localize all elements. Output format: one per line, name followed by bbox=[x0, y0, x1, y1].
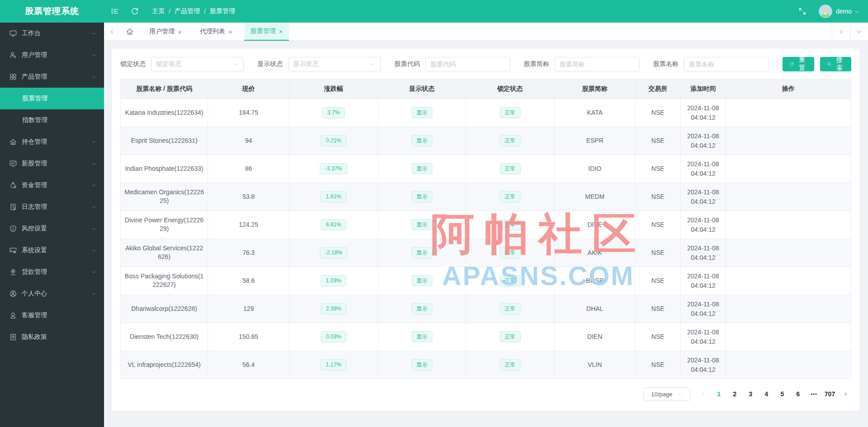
breadcrumb-item[interactable]: 主页 bbox=[152, 7, 165, 15]
page-size-select[interactable]: 10/page bbox=[643, 387, 690, 401]
filter-input[interactable] bbox=[684, 57, 769, 71]
fullscreen-icon[interactable] bbox=[798, 7, 807, 16]
table-row: Kataria Industries(1222634) 184.75 3.7% … bbox=[121, 99, 851, 127]
close-icon[interactable]: × bbox=[279, 28, 283, 35]
page-number[interactable]: 1 bbox=[713, 390, 725, 398]
filter-label: 股票简称 bbox=[524, 60, 549, 68]
short-name-cell: IDIO bbox=[555, 155, 636, 183]
sidebar-item-icon bbox=[9, 51, 17, 59]
sidebar-item[interactable]: 股票管理 bbox=[0, 88, 104, 109]
lock-status-badge: 正常 bbox=[500, 163, 521, 174]
sidebar-item[interactable]: 工作台 bbox=[0, 23, 104, 44]
home-tab-icon[interactable] bbox=[119, 23, 140, 41]
sidebar-item[interactable]: 风控设置 bbox=[0, 218, 104, 239]
change-cell: 1.17% bbox=[289, 351, 378, 379]
sidebar-item-icon bbox=[9, 311, 17, 319]
lock-status-badge: 正常 bbox=[500, 331, 521, 342]
tabs-scroll-right-icon[interactable] bbox=[832, 23, 850, 41]
sidebar-item-icon bbox=[9, 203, 17, 211]
change-cell: 3.7% bbox=[289, 99, 378, 127]
column-header: 操作 bbox=[726, 80, 851, 99]
column-header: 锁定状态 bbox=[466, 80, 555, 99]
page-number[interactable]: 4 bbox=[760, 390, 773, 398]
refresh-icon[interactable] bbox=[130, 7, 139, 16]
sidebar-item[interactable]: 产品管理 bbox=[0, 66, 104, 88]
sidebar-item[interactable]: 日志管理 bbox=[0, 196, 104, 218]
avatar[interactable] bbox=[819, 5, 832, 18]
page-number[interactable]: 2 bbox=[729, 390, 741, 398]
sidebar-item[interactable]: 持仓管理 bbox=[0, 131, 104, 153]
page-number[interactable]: 5 bbox=[776, 390, 788, 398]
topbar: 股票管理系统 / 主页 / 产品管理 / 股票管理 demo bbox=[0, 0, 868, 23]
exchange-cell: NSE bbox=[636, 239, 681, 267]
actions-cell bbox=[726, 211, 851, 239]
search-button[interactable]: 搜索 bbox=[820, 57, 852, 71]
sidebar-item[interactable]: 客服管理 bbox=[0, 305, 104, 326]
add-time-cell: 2024-11-08 04:04:12 bbox=[681, 155, 726, 183]
sidebar-item[interactable]: 个人中心 bbox=[0, 283, 104, 305]
stock-name-cell: Divine Power Energy(1222629) bbox=[121, 211, 208, 239]
column-header: 现价 bbox=[208, 80, 289, 99]
filter-select[interactable]: 锁定状态 bbox=[151, 57, 244, 71]
sidebar-item[interactable]: 新股管理 bbox=[0, 153, 104, 174]
reset-button[interactable]: 重置 bbox=[783, 57, 814, 71]
sidebar-item[interactable]: 指数管理 bbox=[0, 109, 104, 131]
lock-status-cell: 正常 bbox=[466, 239, 555, 267]
price-cell: 150.65 bbox=[208, 323, 289, 351]
filter-group: 股票代码 股票代码 bbox=[394, 57, 510, 71]
filter-select[interactable]: 显示状态 bbox=[288, 57, 381, 71]
tabs-scroll-left-icon[interactable] bbox=[104, 23, 119, 41]
tab[interactable]: 用户管理 × bbox=[143, 23, 188, 41]
chevron-down-icon bbox=[677, 391, 683, 397]
sidebar-item[interactable]: 系统设置 bbox=[0, 239, 104, 261]
prev-page-icon[interactable] bbox=[697, 389, 709, 399]
page-number[interactable]: ••• bbox=[808, 391, 820, 397]
tab[interactable]: 股票管理 × bbox=[244, 23, 289, 41]
change-cell: 0.21% bbox=[289, 127, 378, 155]
price-cell: 76.3 bbox=[208, 239, 289, 267]
sidebar-toggle-icon[interactable] bbox=[110, 7, 119, 16]
sidebar-item[interactable]: 贷款管理 bbox=[0, 261, 104, 283]
sidebar-item-label: 工作台 bbox=[22, 29, 41, 38]
sidebar-item[interactable]: 用户管理 bbox=[0, 44, 104, 66]
show-status-badge: 显示 bbox=[412, 191, 432, 202]
tabs-menu-icon[interactable] bbox=[850, 23, 868, 41]
next-page-icon[interactable] bbox=[840, 389, 851, 399]
filter-input[interactable] bbox=[425, 57, 510, 71]
sidebar-item[interactable]: 隐私政策 bbox=[0, 326, 104, 348]
add-time-cell: 2024-11-08 04:04:12 bbox=[681, 211, 726, 239]
username[interactable]: demo bbox=[836, 8, 852, 15]
add-time-cell: 2024-11-08 04:04:12 bbox=[681, 99, 726, 127]
sidebar-item-label: 产品管理 bbox=[22, 73, 47, 81]
stock-name-cell: Akiko Global Services(1222626) bbox=[121, 239, 208, 267]
close-icon[interactable]: × bbox=[178, 28, 182, 35]
table-row: Dhariwalcorp(1222628) 129 2.38% 显示 正常 DH… bbox=[121, 295, 851, 323]
filter-label: 股票代码 bbox=[394, 60, 420, 68]
price-cell: 129 bbox=[208, 295, 289, 323]
filter-input[interactable] bbox=[555, 57, 640, 71]
page-number[interactable]: 6 bbox=[792, 390, 804, 398]
breadcrumb-item[interactable]: 产品管理 bbox=[175, 7, 200, 15]
short-name-cell: VLIN bbox=[555, 351, 636, 379]
lock-status-badge: 正常 bbox=[500, 191, 521, 202]
exchange-cell: NSE bbox=[636, 127, 681, 155]
chevron-down-icon bbox=[91, 139, 97, 145]
stock-panel: 锁定状态 锁定状态 显示状态 显示状态 bbox=[112, 49, 859, 411]
tab[interactable]: 代理列表 × bbox=[194, 23, 239, 41]
page-number[interactable]: 3 bbox=[745, 390, 757, 398]
tab-label: 股票管理 bbox=[251, 27, 276, 35]
breadcrumb-separator: / bbox=[169, 8, 171, 15]
show-status-cell: 显示 bbox=[378, 323, 466, 351]
page-number[interactable]: 707 bbox=[824, 390, 836, 398]
search-icon bbox=[827, 61, 832, 67]
price-cell: 184.75 bbox=[208, 99, 289, 127]
sidebar-item-icon bbox=[9, 160, 17, 168]
sidebar-item[interactable]: 资金管理 bbox=[0, 174, 104, 196]
table-body: Kataria Industries(1222634) 184.75 3.7% … bbox=[121, 99, 851, 379]
show-status-cell: 显示 bbox=[378, 127, 466, 155]
close-icon[interactable]: × bbox=[228, 28, 232, 35]
breadcrumb-item[interactable]: 股票管理 bbox=[210, 7, 235, 15]
change-badge: -3.37% bbox=[320, 163, 347, 174]
table-row: Indian Phosphate(1222633) 86 -3.37% 显示 正… bbox=[121, 155, 851, 183]
stock-name-cell: Esprit Stones(1222631) bbox=[121, 127, 208, 155]
